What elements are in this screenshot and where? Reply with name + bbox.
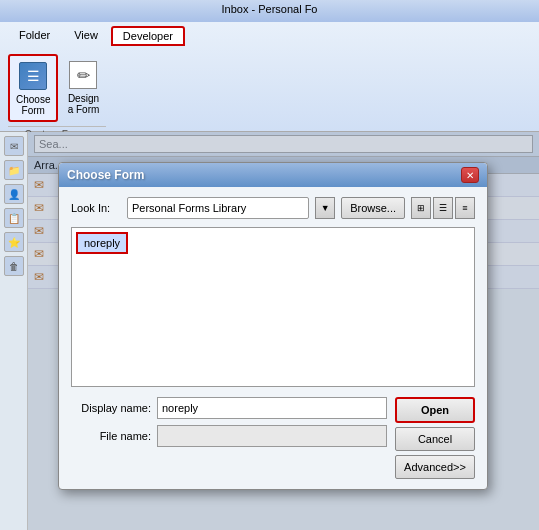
fields-and-buttons: Display name: File name: Open Cancel bbox=[71, 397, 475, 479]
forms-list[interactable]: noreply bbox=[71, 227, 475, 387]
tab-folder[interactable]: Folder bbox=[8, 26, 61, 46]
design-form-button[interactable]: Designa Form bbox=[60, 54, 106, 122]
sidebar-icon-contacts[interactable]: 👤 bbox=[4, 184, 24, 204]
dialog-action-buttons: Open Cancel Advanced>> bbox=[395, 397, 475, 479]
file-name-row: File name: bbox=[71, 425, 387, 447]
cancel-button[interactable]: Cancel bbox=[395, 427, 475, 451]
sidebar-icon-trash[interactable]: 🗑 bbox=[4, 256, 24, 276]
display-name-label: Display name: bbox=[71, 402, 151, 414]
tab-view[interactable]: View bbox=[63, 26, 109, 46]
modal-overlay: Choose Form ✕ Look In: Personal Forms Li… bbox=[28, 132, 539, 530]
choose-form-label: ChooseForm bbox=[16, 94, 50, 116]
file-name-input[interactable] bbox=[157, 425, 387, 447]
dialog-titlebar: Choose Form ✕ bbox=[59, 163, 487, 187]
ribbon-group-custom-forms: ChooseForm Designa Form Custom Forms bbox=[8, 54, 106, 140]
window-title: Inbox - Personal Fo bbox=[222, 3, 318, 15]
view-list-button[interactable]: ☰ bbox=[433, 197, 453, 219]
tab-developer[interactable]: Developer bbox=[111, 26, 185, 46]
choose-form-icon bbox=[17, 60, 49, 92]
form-item-noreply[interactable]: noreply bbox=[76, 232, 128, 254]
dialog-close-button[interactable]: ✕ bbox=[461, 167, 479, 183]
view-large-icon-button[interactable]: ⊞ bbox=[411, 197, 431, 219]
main-area: ✉ 📁 👤 📋 ⭐ 🗑 Arra... ✉ ✉ ✉ bbox=[0, 132, 539, 530]
title-bar: Inbox - Personal Fo bbox=[0, 0, 539, 22]
display-name-row: Display name: bbox=[71, 397, 387, 419]
sidebar-icon-mail[interactable]: ✉ bbox=[4, 136, 24, 156]
ribbon-buttons: ChooseForm Designa Form bbox=[8, 54, 106, 122]
ribbon-content: ChooseForm Designa Form Custom Forms bbox=[8, 50, 531, 144]
display-name-input[interactable] bbox=[157, 397, 387, 419]
look-in-row: Look In: Personal Forms Library ▼ Browse… bbox=[71, 197, 475, 219]
ribbon: Folder View Developer ChooseForm Designa… bbox=[0, 22, 539, 132]
open-button[interactable]: Open bbox=[395, 397, 475, 423]
dialog-body: Look In: Personal Forms Library ▼ Browse… bbox=[59, 187, 487, 489]
sidebar-icon-starred[interactable]: ⭐ bbox=[4, 232, 24, 252]
choose-form-dialog: Choose Form ✕ Look In: Personal Forms Li… bbox=[58, 162, 488, 490]
ribbon-tabs: Folder View Developer bbox=[8, 26, 531, 46]
design-form-label: Designa Form bbox=[68, 93, 100, 115]
look-in-label: Look In: bbox=[71, 202, 121, 214]
content-area: Arra... ✉ ✉ ✉ ✉ ✉ bbox=[28, 132, 539, 530]
sidebar: ✉ 📁 👤 📋 ⭐ 🗑 bbox=[0, 132, 28, 530]
look-in-select[interactable]: Personal Forms Library bbox=[127, 197, 309, 219]
view-buttons: ⊞ ☰ ≡ bbox=[411, 197, 475, 219]
sidebar-icon-folder[interactable]: 📁 bbox=[4, 160, 24, 180]
dialog-title: Choose Form bbox=[67, 168, 144, 182]
browse-button[interactable]: Browse... bbox=[341, 197, 405, 219]
design-form-icon bbox=[67, 59, 99, 91]
sidebar-icon-tasks[interactable]: 📋 bbox=[4, 208, 24, 228]
look-in-dropdown-button[interactable]: ▼ bbox=[315, 197, 335, 219]
choose-form-button[interactable]: ChooseForm bbox=[8, 54, 58, 122]
advanced-button[interactable]: Advanced>> bbox=[395, 455, 475, 479]
view-details-button[interactable]: ≡ bbox=[455, 197, 475, 219]
file-name-label: File name: bbox=[71, 430, 151, 442]
fields-col: Display name: File name: bbox=[71, 397, 387, 479]
